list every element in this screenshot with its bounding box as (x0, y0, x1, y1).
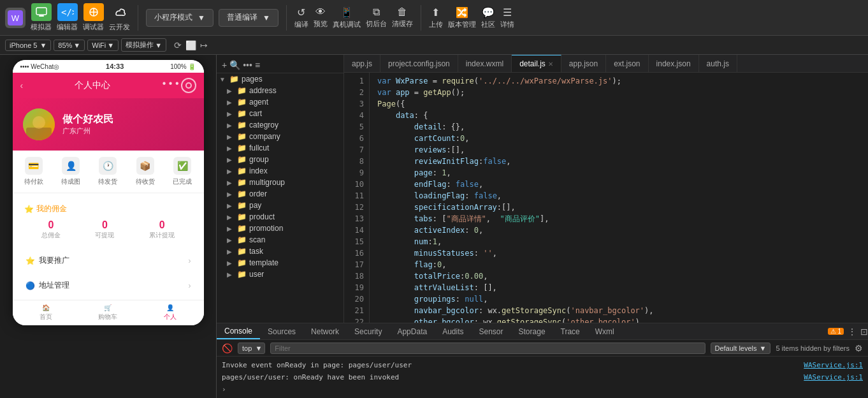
tree-item-company[interactable]: ▶ 📁 company (217, 131, 344, 142)
close-tab-detail-js[interactable]: ✕ (548, 61, 553, 68)
profile-section: 做个好农民 广东广州 (13, 98, 204, 151)
tree-item-cart[interactable]: ▶ 📁 cart (217, 108, 344, 119)
devtools-tab-storage[interactable]: Storage (511, 325, 553, 339)
camera-btn[interactable] (181, 78, 196, 93)
console-prompt-line[interactable]: › (344, 383, 863, 395)
icon-wait-ship[interactable]: 🕐 待发货 (98, 157, 117, 186)
tab-index-json[interactable]: index.json (649, 55, 699, 72)
devtools-tabs: Console Sources Network Security AppData… (344, 323, 868, 340)
carrier-text: •••• WeChat◎ (20, 63, 60, 70)
tab-auth-js[interactable]: auth.js (699, 55, 737, 72)
compile-button[interactable]: ↺ 编译 (294, 6, 308, 29)
tab-app-js[interactable]: app.js (344, 55, 380, 72)
tree-item-index[interactable]: ▶ 📁 index (217, 165, 344, 177)
forward-icon[interactable]: ↦ (200, 40, 208, 50)
upload-button[interactable]: ⬆ 上传 (429, 6, 443, 29)
refresh-icon[interactable]: ⟳ (174, 40, 182, 50)
top-toolbar: W 模拟器 </> 编辑器 调试器 云开发 小程序模式 ▼ 普通编译 ▼ ↺ (0, 0, 868, 36)
tree-item-address[interactable]: ▶ 📁 address (217, 85, 344, 96)
wifi-select[interactable]: WiFi ▼ (87, 40, 119, 51)
dot-menu: • • • (163, 78, 196, 93)
version-button[interactable]: 🔀 版本管理 (448, 6, 476, 29)
icon-wait-pay[interactable]: 💳 待付款 (24, 157, 43, 186)
icon-wait-process[interactable]: 👤 待成图 (61, 157, 80, 186)
devtools-tab-sensor[interactable]: Sensor (472, 325, 511, 339)
icon-wait-receive[interactable]: 📦 待收货 (136, 157, 155, 186)
hidden-count: 5 items hidden by filters (776, 344, 850, 352)
icon-completed[interactable]: ✅ 已完成 (173, 157, 192, 186)
devtools-tab-appdata[interactable]: AppData (389, 325, 435, 339)
debug-button[interactable]: 调试器 (83, 3, 104, 32)
tree-item-fullcut[interactable]: ▶ 📁 fullcut (217, 142, 344, 154)
nav-profile[interactable]: 👤 个人 (164, 304, 177, 321)
main-area: •••• WeChat◎ 14:33 100% 🔋 ‹ 个人中心 • • • (0, 55, 868, 398)
tree-item-agent[interactable]: ▶ 📁 agent (217, 96, 344, 108)
tab-project-config[interactable]: project.config.json (380, 55, 458, 72)
phone-frame: •••• WeChat◎ 14:33 100% 🔋 ‹ 个人中心 • • • (13, 60, 204, 325)
tab-detail-js[interactable]: detail.js ✕ (512, 55, 561, 72)
app-icon: W (5, 8, 25, 28)
devtools-tab-wxml[interactable]: Wxml (588, 325, 622, 339)
devtools-tab-trace[interactable]: Trace (553, 325, 588, 339)
devtools-panel: Console Sources Network Security AppData… (344, 323, 868, 398)
tree-item-group[interactable]: ▶ 📁 group (217, 154, 344, 165)
community-button[interactable]: 💬 社区 (481, 6, 495, 29)
devtools-content: Invoke event onReady in page: pages/user… (344, 357, 868, 398)
money-item-total: 0 总佣金 (41, 219, 61, 240)
money-item-cumulative: 0 累计提现 (149, 219, 175, 240)
new-file-btn[interactable]: + (222, 60, 227, 70)
filter-input[interactable] (344, 343, 705, 354)
console-line-1: Invoke event onReady in page: pages/user… (344, 359, 863, 371)
search-tree-btn[interactable]: 🔍 (229, 60, 240, 70)
tab-ext-json[interactable]: ext.json (606, 55, 648, 72)
device-select[interactable]: iPhone 5 ▼ (5, 40, 51, 51)
cloud-button[interactable]: 云开发 (109, 3, 130, 32)
devtools-tab-security[interactable]: Security (347, 325, 389, 339)
console-link-1[interactable]: WAService.js:1 (804, 360, 863, 371)
preview-button[interactable]: 👁 预览 (314, 6, 328, 29)
second-toolbar: iPhone 5 ▼ 85% ▼ WiFi ▼ 模拟操作 ▼ ⟳ ⬜ ↦ (0, 36, 868, 55)
tree-item-scan[interactable]: ▶ 📁 scan (217, 234, 344, 246)
tree-item-categroy[interactable]: ▶ 📁 categroy (217, 119, 344, 131)
tree-item-pages[interactable]: ▼ 📁 pages (217, 73, 344, 85)
restore-icon[interactable]: ⬜ (185, 40, 196, 50)
tree-item-product[interactable]: ▶ 📁 product (217, 211, 344, 223)
sim-select[interactable]: 模拟操作 ▼ (121, 38, 166, 52)
tab-app-json[interactable]: app.json (561, 55, 606, 72)
phone-title-bar: ‹ 个人中心 • • • (13, 73, 204, 98)
level-select[interactable]: Default levels ▼ (711, 343, 771, 354)
addr-row[interactable]: 🔵 地址管理 › (18, 275, 199, 296)
time-text: 14:33 (106, 63, 124, 70)
devtools-settings-btn[interactable]: ⚙ (855, 343, 863, 353)
simulator-button[interactable]: 模拟器 (31, 3, 52, 32)
devtools-tab-audits[interactable]: Audits (435, 325, 471, 339)
more-tree-btn[interactable]: ••• (243, 60, 252, 70)
tree-item-promotion[interactable]: ▶ 📁 promotion (217, 223, 344, 234)
tree-item-user[interactable]: ▶ 📁 user (217, 269, 344, 280)
promo-row[interactable]: ⭐ 我要推广 › (18, 250, 199, 271)
svg-rect-9 (26, 128, 52, 140)
devtools-more-btn[interactable]: ⋮ (848, 327, 857, 337)
compile-select[interactable]: 普通编译 ▼ (219, 9, 278, 27)
collapse-tree-btn[interactable]: ≡ (255, 60, 260, 70)
money-row: 0 总佣金 0 可提现 0 累计提现 (24, 219, 192, 240)
devtools-dock-btn[interactable]: ⊡ (860, 327, 868, 337)
console-link-2[interactable]: WAService.js:1 (804, 372, 863, 383)
devtools-toolbar: 🚫 top ▼ Default levels ▼ 5 items hidden … (344, 340, 868, 357)
detail-button[interactable]: ☰ 详情 (500, 6, 514, 29)
tree-item-template[interactable]: ▶ 📁 template (217, 257, 344, 269)
toolbar2-icons: ⟳ ⬜ ↦ (174, 40, 208, 50)
nav-cart[interactable]: 🛒 购物车 (98, 304, 117, 321)
nav-home[interactable]: 🏠 首页 (40, 304, 52, 321)
clearcache-button[interactable]: 🗑 清缓存 (392, 6, 413, 29)
scale-select[interactable]: 85% ▼ (54, 40, 85, 51)
cutscene-button[interactable]: ⧉ 切后台 (366, 6, 387, 29)
tab-index-wxml[interactable]: index.wxml (458, 55, 512, 72)
tree-item-order[interactable]: ▶ 📁 order (217, 188, 344, 200)
tree-item-pay[interactable]: ▶ 📁 pay (217, 200, 344, 211)
realtest-button[interactable]: 📱 真机调试 (333, 6, 361, 29)
tree-item-task[interactable]: ▶ 📁 task (217, 246, 344, 257)
editor-button[interactable]: </> 编辑器 (57, 3, 78, 32)
mode-select[interactable]: 小程序模式 ▼ (146, 9, 213, 27)
tree-item-multigroup[interactable]: ▶ 📁 multigroup (217, 177, 344, 188)
